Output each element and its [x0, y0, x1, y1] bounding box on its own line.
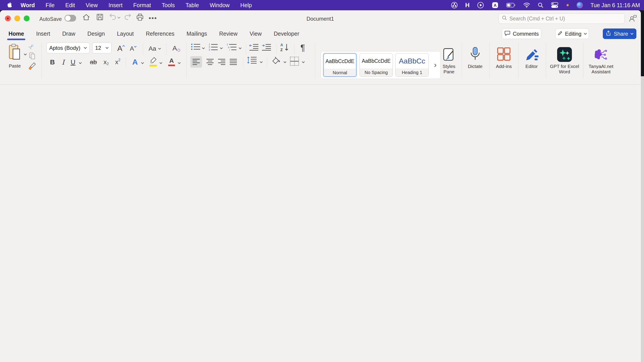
borders-chevron-icon[interactable]	[302, 60, 305, 64]
format-painter-icon[interactable]	[28, 62, 36, 71]
show-paragraph-marks-button[interactable]: ¶	[298, 42, 308, 53]
italic-button[interactable]: I	[59, 57, 67, 67]
tanyaai-assistant-button[interactable]: TanyaAI.net Assistant	[584, 44, 618, 74]
battery-status-icon[interactable]	[506, 3, 516, 8]
siri-icon[interactable]	[576, 2, 583, 8]
minimize-window-button[interactable]	[14, 16, 20, 21]
numbering-chevron-icon[interactable]	[220, 46, 223, 50]
spotlight-search-icon[interactable]	[538, 2, 544, 8]
paste-label: Paste	[5, 63, 24, 69]
addins-button[interactable]: Add-ins	[492, 44, 516, 69]
line-spacing-chevron-icon[interactable]	[260, 60, 263, 64]
shading-button[interactable]	[270, 56, 282, 66]
style-normal[interactable]: AaBbCcDdE Normal	[323, 53, 356, 77]
tab-mailings[interactable]: Mailings	[186, 31, 208, 37]
bullets-button[interactable]	[191, 43, 201, 51]
clear-formatting-button[interactable]: A◇	[170, 43, 183, 53]
tab-view[interactable]: View	[249, 31, 263, 37]
autosave-toggle[interactable]	[64, 15, 76, 22]
menu-app-name[interactable]: Word	[20, 2, 35, 9]
shrink-font-button[interactable]: A	[128, 44, 138, 54]
grow-font-button[interactable]: A	[116, 43, 126, 53]
subscript-button[interactable]: x2	[101, 57, 111, 67]
presence-icon[interactable]	[628, 14, 637, 24]
menu-table[interactable]: Table	[186, 2, 199, 9]
styles-pane-button[interactable]: Styles Pane	[439, 44, 459, 74]
more-toolbar-icon[interactable]: •••	[149, 14, 157, 22]
control-center-icon[interactable]	[551, 2, 559, 8]
comments-button[interactable]: Comments	[502, 29, 541, 39]
menu-help[interactable]: Help	[240, 2, 252, 9]
styles-gallery-more-button[interactable]: ›	[432, 60, 439, 69]
decrease-indent-button[interactable]	[249, 44, 259, 51]
shading-chevron-icon[interactable]	[284, 60, 286, 64]
text-effects-chevron-icon[interactable]	[141, 61, 144, 65]
tab-developer[interactable]: Developer	[273, 31, 300, 37]
superscript-button[interactable]: x2	[113, 57, 123, 67]
font-color-chevron-icon[interactable]	[178, 61, 181, 65]
tab-draw[interactable]: Draw	[61, 31, 76, 37]
paste-dropdown-chevron-icon[interactable]	[24, 53, 27, 57]
increase-indent-button[interactable]	[262, 44, 272, 51]
font-color-button[interactable]: A	[166, 56, 177, 68]
text-effects-button[interactable]: A	[130, 57, 140, 67]
save-icon[interactable]	[96, 13, 104, 22]
menu-view[interactable]: View	[86, 2, 98, 9]
home-icon[interactable]	[82, 13, 90, 23]
undo-dropdown-chevron-icon[interactable]	[117, 16, 120, 20]
menu-file[interactable]: File	[46, 2, 54, 9]
a-app-status-icon[interactable]: A	[492, 2, 499, 9]
svg-text:i: i	[229, 49, 230, 51]
menu-edit[interactable]: Edit	[66, 2, 75, 9]
sort-button[interactable]: AZ	[280, 42, 290, 52]
align-right-button[interactable]	[216, 56, 228, 68]
numbering-button[interactable]: 123	[208, 43, 218, 51]
font-size-select[interactable]: 12	[92, 43, 112, 53]
wifi-status-icon[interactable]	[523, 3, 530, 8]
line-spacing-button[interactable]	[247, 56, 258, 64]
hand-mirror-status-icon[interactable]: H	[465, 2, 470, 9]
highlight-chevron-icon[interactable]	[160, 61, 162, 65]
multilevel-chevron-icon[interactable]	[239, 46, 242, 50]
play-status-icon[interactable]	[477, 2, 484, 9]
tab-home[interactable]: Home	[8, 31, 25, 37]
bold-button[interactable]: B	[48, 57, 57, 67]
paste-button[interactable]	[5, 42, 24, 62]
obs-status-icon[interactable]	[451, 2, 458, 9]
dictate-button[interactable]: Dictate	[464, 44, 486, 69]
tab-references[interactable]: References	[145, 31, 175, 37]
share-button[interactable]: Share	[603, 29, 636, 39]
menu-window[interactable]: Window	[210, 2, 230, 9]
close-window-button[interactable]	[5, 16, 11, 21]
align-center-button[interactable]	[204, 56, 216, 68]
editing-mode-button[interactable]: Editing	[555, 29, 589, 39]
align-left-button[interactable]	[190, 56, 202, 68]
apple-menu-icon[interactable]	[8, 2, 13, 9]
style-no-spacing[interactable]: AaBbCcDdE No Spacing	[360, 53, 393, 77]
print-icon[interactable]	[136, 13, 144, 23]
highlight-button[interactable]	[147, 56, 159, 68]
tab-design[interactable]: Design	[86, 31, 106, 37]
menu-format[interactable]: Format	[133, 2, 151, 9]
style-heading1[interactable]: AaBbCc Heading 1	[396, 53, 428, 77]
search-input[interactable]: Search (Cmd + Ctrl + U)	[498, 14, 625, 24]
font-name-select[interactable]: Aptos (Body)	[46, 43, 90, 53]
menu-tools[interactable]: Tools	[162, 2, 175, 9]
editor-button[interactable]: Editor	[520, 44, 543, 69]
menu-bar-clock[interactable]: Tue Jan 6 11:16 AM	[590, 2, 640, 9]
search-placeholder: Search (Cmd + Ctrl + U)	[510, 16, 565, 22]
zoom-window-button[interactable]	[24, 16, 30, 21]
change-case-button[interactable]: Aa	[147, 44, 162, 54]
gpt-for-excel-word-button[interactable]: GPT for Excel Word	[548, 44, 581, 74]
borders-button[interactable]	[289, 56, 300, 66]
multilevel-list-button[interactable]: 1ai	[226, 43, 237, 51]
menu-insert[interactable]: Insert	[108, 2, 123, 9]
tab-insert[interactable]: Insert	[35, 31, 51, 37]
tab-review[interactable]: Review	[218, 31, 238, 37]
justify-button[interactable]	[228, 56, 239, 68]
strikethrough-button[interactable]: ab	[88, 57, 99, 67]
bullets-chevron-icon[interactable]	[202, 46, 205, 50]
tab-layout[interactable]: Layout	[116, 31, 134, 37]
underline-chevron-icon[interactable]	[79, 61, 82, 65]
underline-button[interactable]: U	[68, 57, 78, 67]
